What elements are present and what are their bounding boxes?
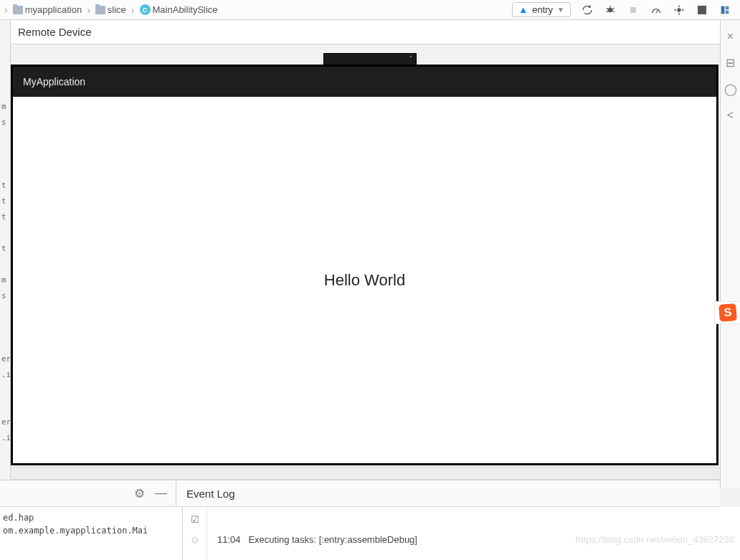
attach-debugger-icon[interactable] bbox=[627, 4, 640, 16]
folder-icon bbox=[95, 6, 105, 14]
chevron-right-icon: › bbox=[3, 4, 9, 16]
app-title-bar: MyApplication bbox=[13, 67, 716, 97]
hello-world-label: Hello World bbox=[324, 271, 405, 290]
log-message: Executing tasks: [:entry:assembleDebug] bbox=[248, 534, 417, 545]
folder-icon bbox=[13, 6, 23, 14]
build-output[interactable]: ed.hap om.example.myapplication.Mai bbox=[0, 507, 183, 560]
profiler-icon[interactable] bbox=[650, 4, 663, 16]
app-content-area[interactable]: Hello World bbox=[13, 97, 716, 463]
sogou-icon: S bbox=[718, 303, 737, 322]
bug-icon[interactable] bbox=[604, 4, 617, 16]
expand-all-icon[interactable]: ⊟ bbox=[726, 56, 735, 70]
breadcrumb-label: myapplication bbox=[25, 4, 82, 15]
event-log-label: Event Log bbox=[186, 488, 235, 500]
svg-rect-11 bbox=[726, 10, 729, 14]
collapse-icon[interactable]: × bbox=[727, 30, 734, 43]
svg-rect-10 bbox=[726, 6, 729, 9]
minimize-icon[interactable]: — bbox=[155, 486, 167, 500]
bottom-tool-actions: ⚙ — bbox=[125, 486, 176, 501]
breadcrumb-label: MainAbilitySlice bbox=[153, 4, 218, 15]
tool-window-title: Remote Device bbox=[18, 26, 92, 38]
build-line: ed.hap bbox=[3, 513, 34, 523]
bottom-panel-body: ed.hap om.example.myapplication.Mai ☑ ⚙ … bbox=[0, 507, 740, 560]
svg-line-2 bbox=[607, 8, 608, 9]
svg-point-8 bbox=[677, 8, 680, 11]
run-config-selector[interactable]: ▲ entry ▼ bbox=[512, 2, 571, 17]
tool-window-header: Remote Device bbox=[11, 20, 720, 44]
code-view-icon[interactable]: < bbox=[727, 109, 734, 122]
log-timestamp: 11:04 bbox=[217, 534, 241, 545]
svg-line-7 bbox=[656, 10, 658, 13]
sync-icon[interactable] bbox=[581, 4, 594, 16]
top-toolbar: › myapplication › slice › C MainAbilityS… bbox=[0, 0, 740, 20]
svg-line-5 bbox=[612, 11, 614, 11]
layout-inspector-icon[interactable] bbox=[718, 4, 731, 16]
code-margin-text: m s t t t t m s er .i er .i it bbox=[0, 20, 10, 509]
checkbox-list-icon[interactable]: ☑ bbox=[191, 514, 199, 525]
coverage-icon[interactable] bbox=[673, 4, 686, 16]
chevron-right-icon: › bbox=[85, 4, 92, 16]
chevron-right-icon: › bbox=[130, 4, 136, 16]
eventlog-gutter: ☑ ⚙ bbox=[183, 507, 207, 560]
settings-icon[interactable]: ⚙ bbox=[191, 535, 199, 546]
svg-point-0 bbox=[608, 7, 613, 12]
toolbar-actions: ▲ entry ▼ bbox=[512, 2, 737, 17]
refresh-icon[interactable]: ◯ bbox=[724, 82, 737, 96]
event-log-tab[interactable]: Event Log bbox=[176, 488, 245, 500]
watermark-text: https://blog.csdn.net/weixin_43927238 bbox=[576, 534, 734, 545]
device-frame[interactable]: MyApplication Hello World bbox=[11, 65, 718, 465]
emulator-viewport: MyApplication Hello World bbox=[11, 65, 718, 465]
breadcrumb: › myapplication › slice › C MainAbilityS… bbox=[3, 3, 512, 16]
stop-icon[interactable] bbox=[696, 4, 708, 16]
bottom-tool-header: ⚙ — Event Log bbox=[0, 480, 720, 507]
breadcrumb-myapplication[interactable]: myapplication bbox=[11, 3, 85, 16]
gear-icon[interactable]: ⚙ bbox=[134, 486, 145, 501]
class-file-icon: C bbox=[140, 4, 151, 15]
breadcrumb-label: slice bbox=[108, 4, 126, 15]
app-config-icon: ▲ bbox=[518, 4, 528, 15]
event-log-body[interactable]: 11:04 Executing tasks: [:entry:assembleD… bbox=[207, 507, 740, 560]
chevron-down-icon: ▼ bbox=[557, 6, 564, 14]
svg-line-4 bbox=[607, 11, 608, 11]
app-title-text: MyApplication bbox=[23, 76, 85, 87]
svg-line-3 bbox=[612, 8, 614, 9]
breadcrumb-mainabilityslice[interactable]: C MainAbilitySlice bbox=[138, 3, 220, 16]
svg-rect-6 bbox=[630, 7, 636, 13]
svg-rect-9 bbox=[721, 6, 725, 14]
ime-indicator[interactable]: S bbox=[714, 301, 740, 324]
horizontal-scrollbar[interactable] bbox=[11, 467, 720, 480]
breadcrumb-slice[interactable]: slice bbox=[93, 3, 128, 16]
build-line: om.example.myapplication.Mai bbox=[3, 526, 148, 536]
right-tool-strip: × ⊟ ◯ < bbox=[720, 20, 740, 488]
run-config-label: entry bbox=[532, 4, 553, 15]
